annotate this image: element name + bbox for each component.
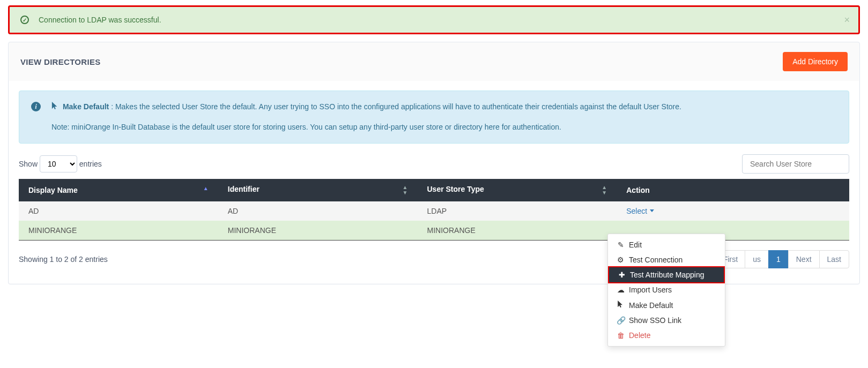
directories-table: Display Name ▲ Identifier ▲▼ User Store … <box>19 179 849 241</box>
info-make-default: Make Default : Makes the selected User S… <box>51 101 681 112</box>
check-circle-icon: ✓ <box>20 16 29 24</box>
dropdown-test-attribute-mapping[interactable]: ✚ Test Attribute Mapping <box>608 266 725 283</box>
col-display-name[interactable]: Display Name ▲ <box>19 179 218 201</box>
cell-identifier: AD <box>218 201 418 221</box>
col-user-store-type[interactable]: User Store Type ▲▼ <box>418 179 617 201</box>
add-directory-button[interactable]: Add Directory <box>783 52 848 71</box>
cursor-icon <box>51 102 58 110</box>
page-previous[interactable]: us <box>745 250 769 268</box>
gear-icon: ⚙ <box>617 256 625 264</box>
cell-user-store-type: LDAP <box>418 201 617 221</box>
pagination: First us 1 Next Last <box>716 250 849 268</box>
cell-display-name: MINIORANGE <box>19 221 218 241</box>
alert-close-button[interactable]: × <box>844 14 850 26</box>
cloud-upload-icon: ☁ <box>617 286 625 290</box>
col-identifier[interactable]: Identifier ▲▼ <box>218 179 418 201</box>
length-select[interactable]: 10 <box>40 155 77 172</box>
table-header-row: Display Name ▲ Identifier ▲▼ User Store … <box>19 179 849 201</box>
panel-title: VIEW DIRECTORIES <box>20 57 101 66</box>
cell-display-name: AD <box>19 201 218 221</box>
table-info: Showing 1 to 2 of 2 entries <box>19 255 108 264</box>
row-action-select[interactable]: Select <box>626 207 654 215</box>
page-last[interactable]: Last <box>819 250 849 268</box>
show-label: Show <box>19 160 38 168</box>
length-control: Show 10 entries <box>19 155 102 172</box>
panel-body: i Make Default : Makes the selected User… <box>9 81 859 283</box>
info-icon: i <box>31 102 41 111</box>
edit-icon: ✎ <box>617 241 625 249</box>
entries-label: entries <box>79 160 102 168</box>
info-make-default-desc: : Makes the selected User Store the defa… <box>111 102 681 111</box>
page-1[interactable]: 1 <box>768 250 789 268</box>
dropdown-edit[interactable]: ✎ Edit <box>608 237 725 252</box>
sort-icon: ▲▼ <box>602 185 607 196</box>
info-note: Note: miniOrange In-Built Database is th… <box>51 121 681 133</box>
caret-down-icon <box>650 209 654 212</box>
panel-header: VIEW DIRECTORIES Add Directory <box>9 42 859 81</box>
info-make-default-label: Make Default <box>63 102 109 111</box>
table-controls: Show 10 entries <box>19 154 849 174</box>
page-next[interactable]: Next <box>788 250 820 268</box>
info-body: Make Default : Makes the selected User S… <box>51 101 681 133</box>
cell-identifier: MINIORANGE <box>218 221 418 241</box>
dropdown-import-users[interactable]: ☁ Import Users <box>608 282 725 290</box>
action-dropdown: ✎ Edit ⚙ Test Connection ✚ Test Attribut… <box>607 234 725 290</box>
alert-success: ✓ Connection to LDAP was successful. × <box>8 5 860 34</box>
dropdown-test-connection[interactable]: ⚙ Test Connection <box>608 252 725 267</box>
table-row: AD AD LDAP Select <box>19 201 849 221</box>
cell-user-store-type: MINIORANGE <box>418 221 617 241</box>
sort-icon: ▲▼ <box>403 185 408 196</box>
mapping-icon: ✚ <box>618 271 626 279</box>
cell-action: Select <box>617 201 849 221</box>
alert-message: Connection to LDAP was successful. <box>39 16 161 24</box>
sort-asc-icon: ▲ <box>203 186 209 191</box>
col-action: Action <box>617 179 849 201</box>
directories-panel: VIEW DIRECTORIES Add Directory i Make De… <box>8 42 860 284</box>
info-box: i Make Default : Makes the selected User… <box>19 91 849 144</box>
search-input[interactable] <box>742 154 849 174</box>
